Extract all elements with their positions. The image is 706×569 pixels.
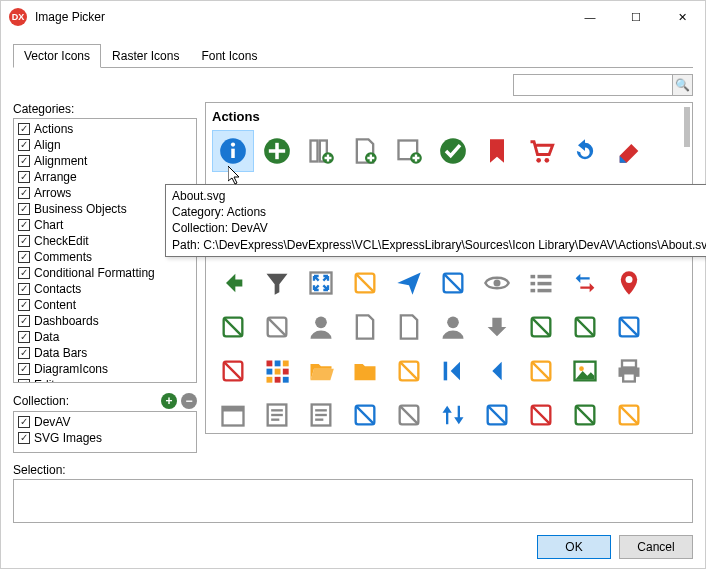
category-item[interactable]: ✓Alignment	[18, 153, 192, 169]
category-label: Arrows	[34, 186, 71, 200]
location-icon	[615, 269, 643, 297]
category-item[interactable]: ✓Data Bars	[18, 345, 192, 361]
icon-redo[interactable]	[564, 130, 606, 172]
icon-folder[interactable]	[344, 350, 386, 392]
svg-rect-83	[275, 361, 281, 367]
text2-icon	[307, 401, 335, 429]
category-item[interactable]: ✓Data	[18, 329, 192, 345]
icon-text[interactable]	[256, 394, 298, 434]
icon-compass[interactable]	[256, 306, 298, 348]
add-file-icon	[351, 137, 379, 165]
icon-add-item[interactable]	[388, 130, 430, 172]
icon-folder-up[interactable]	[388, 350, 430, 392]
exit-icon	[219, 269, 247, 297]
svg-rect-55	[311, 273, 332, 294]
icon-apply[interactable]	[432, 130, 474, 172]
icon-monitor[interactable]	[388, 394, 430, 434]
icon-cal-remove[interactable]	[520, 394, 562, 434]
tab-icon	[439, 269, 467, 297]
close-button[interactable]: ✕	[659, 1, 705, 33]
category-item[interactable]: ✓DiagramIcons	[18, 361, 192, 377]
page-icon	[351, 313, 379, 341]
category-item[interactable]: ✓Align	[18, 137, 192, 153]
category-item[interactable]: ✓Dashboards	[18, 313, 192, 329]
tab-raster-icons[interactable]: Raster Icons	[101, 44, 190, 68]
tab-font-icons[interactable]: Font Icons	[190, 44, 268, 68]
svg-line-118	[532, 406, 551, 425]
icon-send[interactable]	[388, 262, 430, 304]
icon-page2[interactable]	[388, 306, 430, 348]
collection-item[interactable]: ✓SVG Images	[18, 430, 192, 446]
icon-fullscreen[interactable]	[300, 262, 342, 304]
search-icon: 🔍	[675, 78, 690, 92]
icon-apps[interactable]	[256, 350, 298, 392]
minimize-button[interactable]: —	[567, 1, 613, 33]
icon-cal-add[interactable]	[564, 394, 606, 434]
icon-down[interactable]	[476, 306, 518, 348]
tooltip-filename: About.svg	[172, 188, 706, 204]
icon-prev[interactable]	[476, 350, 518, 392]
icon-first[interactable]	[432, 350, 474, 392]
icon-cart-add[interactable]	[212, 350, 254, 392]
icon-add-file[interactable]	[344, 130, 386, 172]
gallery-scrollbar[interactable]	[684, 107, 690, 147]
icon-about[interactable]	[212, 130, 254, 172]
checkbox-icon: ✓	[18, 416, 30, 428]
selection-box[interactable]	[13, 479, 693, 523]
icon-user[interactable]	[300, 306, 342, 348]
icon-list[interactable]	[520, 262, 562, 304]
add-collection-button[interactable]: +	[161, 393, 177, 409]
collection-item[interactable]: ✓DevAV	[18, 414, 192, 430]
cancel-button[interactable]: Cancel	[619, 535, 693, 559]
tab-vector-icons[interactable]: Vector Icons	[13, 44, 101, 68]
icon-print[interactable]	[608, 350, 650, 392]
category-item[interactable]: ✓Conditional Formatting	[18, 265, 192, 281]
icon-add-doc[interactable]	[212, 306, 254, 348]
icon-exit[interactable]	[212, 262, 254, 304]
search-input[interactable]	[514, 75, 672, 95]
icon-text2[interactable]	[300, 394, 342, 434]
icon-film-add[interactable]	[564, 306, 606, 348]
icon-user-add[interactable]	[520, 306, 562, 348]
icon-bookmark[interactable]	[476, 130, 518, 172]
svg-point-72	[315, 317, 327, 329]
icon-hand-card[interactable]	[608, 394, 650, 434]
icon-picture[interactable]	[564, 350, 606, 392]
icon-paste[interactable]	[520, 350, 562, 392]
icon-transfer[interactable]	[564, 262, 606, 304]
icon-add-column[interactable]	[300, 130, 342, 172]
svg-rect-88	[267, 377, 273, 383]
category-item[interactable]: ✓Actions	[18, 121, 192, 137]
text-icon	[263, 401, 291, 429]
icon-tab[interactable]	[432, 262, 474, 304]
icon-add[interactable]	[256, 130, 298, 172]
remove-collection-button[interactable]: −	[181, 393, 197, 409]
category-item[interactable]: ✓Arrange	[18, 169, 192, 185]
icon-cart[interactable]	[520, 130, 562, 172]
icon-visibility[interactable]	[476, 262, 518, 304]
category-item[interactable]: ✓Contacts	[18, 281, 192, 297]
icon-folder-open[interactable]	[300, 350, 342, 392]
icon-card-add[interactable]	[608, 306, 650, 348]
icon-page[interactable]	[344, 306, 386, 348]
icon-filter[interactable]	[256, 262, 298, 304]
category-label: Data Bars	[34, 346, 87, 360]
icon-location[interactable]	[608, 262, 650, 304]
maximize-button[interactable]: ☐	[613, 1, 659, 33]
icon-user2[interactable]	[432, 306, 474, 348]
category-item[interactable]: ✓Content	[18, 297, 192, 313]
svg-point-97	[579, 366, 584, 371]
collections-list[interactable]: ✓DevAV✓SVG Images	[13, 411, 197, 453]
icon-calendar[interactable]	[212, 394, 254, 434]
ok-button[interactable]: OK	[537, 535, 611, 559]
collection-label: DevAV	[34, 415, 70, 429]
checkbox-icon: ✓	[18, 267, 30, 279]
icon-clear[interactable]	[608, 130, 650, 172]
icon-highlight[interactable]	[344, 262, 386, 304]
icon-transfer-h[interactable]	[476, 394, 518, 434]
category-item[interactable]: ✓Edit	[18, 377, 192, 383]
icon-sort[interactable]	[432, 394, 474, 434]
gallery-section-title: Actions	[212, 109, 686, 124]
icon-search-doc[interactable]	[344, 394, 386, 434]
search-button[interactable]: 🔍	[672, 75, 692, 95]
